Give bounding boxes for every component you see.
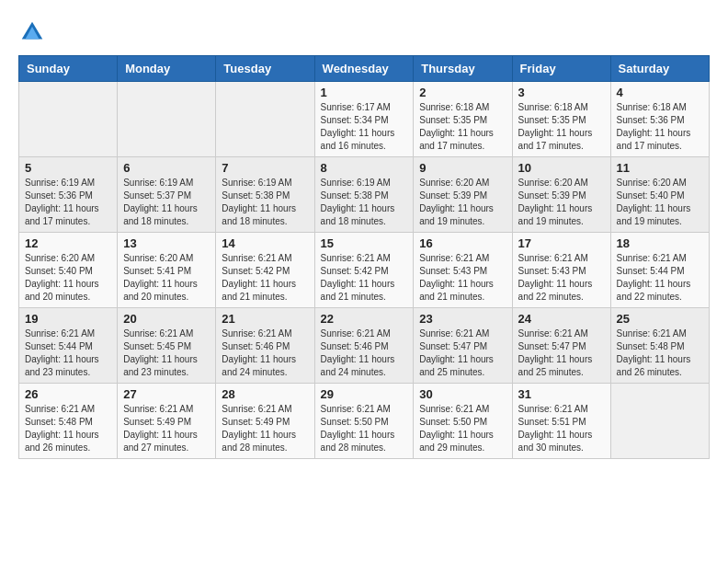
sunset-text: Sunset: 5:34 PM [321, 114, 408, 127]
daylight-text: Daylight: 11 hours and 21 minutes. [222, 278, 308, 304]
calendar-day-cell [118, 82, 216, 157]
calendar-week-row: 26Sunrise: 6:21 AMSunset: 5:48 PMDayligh… [19, 384, 710, 459]
day-info: Sunrise: 6:21 AMSunset: 5:44 PMDaylight:… [617, 252, 703, 304]
calendar-day-cell: 25Sunrise: 6:21 AMSunset: 5:48 PMDayligh… [610, 308, 709, 384]
day-info: Sunrise: 6:20 AMSunset: 5:39 PMDaylight:… [419, 177, 506, 228]
day-number: 30 [419, 387, 506, 401]
calendar-day-cell [216, 82, 314, 157]
sunrise-text: Sunrise: 6:21 AM [617, 327, 703, 340]
daylight-text: Daylight: 11 hours and 27 minutes. [123, 429, 210, 454]
day-number: 11 [617, 161, 703, 175]
day-info: Sunrise: 6:20 AMSunset: 5:41 PMDaylight:… [123, 252, 210, 304]
day-number: 25 [617, 312, 703, 326]
calendar-day-cell [19, 82, 118, 157]
sunrise-text: Sunrise: 6:21 AM [222, 403, 308, 416]
calendar-day-cell: 23Sunrise: 6:21 AMSunset: 5:47 PMDayligh… [414, 308, 512, 384]
sunrise-text: Sunrise: 6:20 AM [617, 177, 703, 190]
sunset-text: Sunset: 5:47 PM [419, 340, 506, 353]
day-info: Sunrise: 6:21 AMSunset: 5:47 PMDaylight:… [518, 327, 605, 379]
sunset-text: Sunset: 5:38 PM [321, 190, 408, 202]
day-number: 19 [25, 312, 111, 326]
calendar-day-cell: 29Sunrise: 6:21 AMSunset: 5:50 PMDayligh… [314, 384, 414, 459]
day-info: Sunrise: 6:19 AMSunset: 5:38 PMDaylight:… [321, 177, 408, 228]
sunrise-text: Sunrise: 6:21 AM [123, 403, 210, 416]
day-number: 5 [25, 161, 111, 175]
daylight-text: Daylight: 11 hours and 17 minutes. [518, 127, 605, 153]
calendar-day-cell: 2Sunrise: 6:18 AMSunset: 5:35 PMDaylight… [414, 82, 512, 157]
sunrise-text: Sunrise: 6:21 AM [222, 327, 308, 340]
daylight-text: Daylight: 11 hours and 22 minutes. [617, 278, 703, 304]
day-number: 15 [321, 236, 408, 250]
day-info: Sunrise: 6:21 AMSunset: 5:47 PMDaylight:… [419, 327, 506, 379]
sunset-text: Sunset: 5:46 PM [222, 340, 308, 353]
sunset-text: Sunset: 5:48 PM [617, 340, 703, 353]
day-info: Sunrise: 6:19 AMSunset: 5:36 PMDaylight:… [25, 177, 111, 228]
sunrise-text: Sunrise: 6:21 AM [123, 327, 210, 340]
sunrise-text: Sunrise: 6:21 AM [617, 252, 703, 265]
sunset-text: Sunset: 5:50 PM [419, 416, 506, 429]
sunrise-text: Sunrise: 6:18 AM [419, 101, 506, 114]
daylight-text: Daylight: 11 hours and 17 minutes. [617, 127, 703, 153]
day-of-week-header: Sunday [19, 56, 118, 82]
day-number: 8 [321, 161, 408, 175]
sunset-text: Sunset: 5:49 PM [222, 416, 308, 429]
logo-icon [18, 18, 46, 46]
sunset-text: Sunset: 5:38 PM [222, 190, 308, 202]
day-info: Sunrise: 6:18 AMSunset: 5:36 PMDaylight:… [617, 101, 703, 153]
calendar-day-cell: 13Sunrise: 6:20 AMSunset: 5:41 PMDayligh… [118, 233, 216, 308]
calendar-week-row: 1Sunrise: 6:17 AMSunset: 5:34 PMDaylight… [19, 82, 710, 157]
calendar-week-row: 19Sunrise: 6:21 AMSunset: 5:44 PMDayligh… [19, 308, 710, 384]
calendar-day-cell: 28Sunrise: 6:21 AMSunset: 5:49 PMDayligh… [216, 384, 314, 459]
day-number: 18 [617, 236, 703, 250]
daylight-text: Daylight: 11 hours and 29 minutes. [419, 429, 506, 454]
calendar-day-cell: 27Sunrise: 6:21 AMSunset: 5:49 PMDayligh… [118, 384, 216, 459]
daylight-text: Daylight: 11 hours and 23 minutes. [123, 353, 210, 379]
day-info: Sunrise: 6:17 AMSunset: 5:34 PMDaylight:… [321, 101, 408, 153]
daylight-text: Daylight: 11 hours and 26 minutes. [617, 353, 703, 379]
daylight-text: Daylight: 11 hours and 30 minutes. [518, 429, 605, 454]
daylight-text: Daylight: 11 hours and 17 minutes. [419, 127, 506, 153]
calendar-day-cell: 20Sunrise: 6:21 AMSunset: 5:45 PMDayligh… [118, 308, 216, 384]
day-number: 14 [222, 236, 308, 250]
calendar-week-row: 12Sunrise: 6:20 AMSunset: 5:40 PMDayligh… [19, 233, 710, 308]
sunrise-text: Sunrise: 6:20 AM [518, 177, 605, 190]
daylight-text: Daylight: 11 hours and 18 minutes. [123, 202, 210, 228]
daylight-text: Daylight: 11 hours and 18 minutes. [222, 202, 308, 228]
calendar-day-cell: 3Sunrise: 6:18 AMSunset: 5:35 PMDaylight… [512, 82, 610, 157]
day-of-week-header: Wednesday [314, 56, 414, 82]
calendar-week-row: 5Sunrise: 6:19 AMSunset: 5:36 PMDaylight… [19, 157, 710, 233]
day-info: Sunrise: 6:21 AMSunset: 5:50 PMDaylight:… [419, 403, 506, 454]
day-number: 16 [419, 236, 506, 250]
calendar-table: SundayMondayTuesdayWednesdayThursdayFrid… [18, 55, 710, 459]
day-number: 27 [123, 387, 210, 401]
sunset-text: Sunset: 5:41 PM [123, 265, 210, 278]
day-number: 22 [321, 312, 408, 326]
day-info: Sunrise: 6:20 AMSunset: 5:40 PMDaylight:… [25, 252, 111, 304]
sunset-text: Sunset: 5:51 PM [518, 416, 605, 429]
calendar-day-cell: 4Sunrise: 6:18 AMSunset: 5:36 PMDaylight… [610, 82, 709, 157]
sunrise-text: Sunrise: 6:18 AM [518, 101, 605, 114]
day-info: Sunrise: 6:21 AMSunset: 5:48 PMDaylight:… [617, 327, 703, 379]
daylight-text: Daylight: 11 hours and 23 minutes. [25, 353, 111, 379]
day-number: 21 [222, 312, 308, 326]
day-number: 12 [25, 236, 111, 250]
calendar-day-cell [610, 384, 709, 459]
day-number: 10 [518, 161, 605, 175]
daylight-text: Daylight: 11 hours and 17 minutes. [25, 202, 111, 228]
daylight-text: Daylight: 11 hours and 20 minutes. [25, 278, 111, 304]
day-number: 3 [518, 86, 605, 99]
sunset-text: Sunset: 5:47 PM [518, 340, 605, 353]
daylight-text: Daylight: 11 hours and 21 minutes. [321, 278, 408, 304]
day-number: 4 [617, 86, 703, 99]
day-info: Sunrise: 6:21 AMSunset: 5:42 PMDaylight:… [321, 252, 408, 304]
day-info: Sunrise: 6:18 AMSunset: 5:35 PMDaylight:… [419, 101, 506, 153]
day-info: Sunrise: 6:19 AMSunset: 5:38 PMDaylight:… [222, 177, 308, 228]
sunrise-text: Sunrise: 6:20 AM [25, 252, 111, 265]
day-info: Sunrise: 6:20 AMSunset: 5:40 PMDaylight:… [617, 177, 703, 228]
day-info: Sunrise: 6:21 AMSunset: 5:49 PMDaylight:… [123, 403, 210, 454]
daylight-text: Daylight: 11 hours and 19 minutes. [518, 202, 605, 228]
calendar-day-cell: 16Sunrise: 6:21 AMSunset: 5:43 PMDayligh… [414, 233, 512, 308]
day-number: 28 [222, 387, 308, 401]
sunset-text: Sunset: 5:37 PM [123, 190, 210, 202]
calendar-day-cell: 8Sunrise: 6:19 AMSunset: 5:38 PMDaylight… [314, 157, 414, 233]
